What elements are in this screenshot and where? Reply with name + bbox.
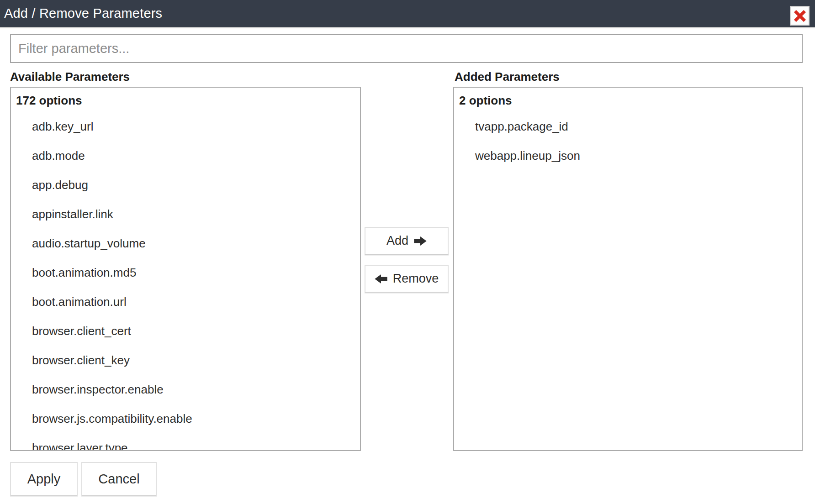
remove-button[interactable]: Remove: [365, 265, 449, 293]
filter-parameters-input[interactable]: [10, 34, 803, 63]
add-button[interactable]: Add: [365, 227, 449, 255]
available-parameter-option[interactable]: adb.mode: [11, 141, 360, 170]
available-parameter-option[interactable]: adb.key_url: [11, 112, 360, 141]
apply-button[interactable]: Apply: [10, 462, 78, 496]
available-parameter-option[interactable]: appinstaller.link: [11, 200, 360, 229]
cancel-button[interactable]: Cancel: [81, 462, 157, 496]
available-parameter-option[interactable]: browser.js.compatibility.enable: [11, 404, 360, 433]
dialog-title: Add / Remove Parameters: [0, 6, 162, 21]
dialog-header: Add / Remove Parameters: [0, 0, 815, 28]
available-parameter-option[interactable]: audio.startup_volume: [11, 229, 360, 258]
added-group-label: 2 options: [454, 88, 802, 112]
available-parameter-option[interactable]: boot.animation.md5: [11, 258, 360, 287]
arrow-left-icon: [375, 274, 387, 284]
available-parameter-option[interactable]: browser.layer.type: [11, 433, 360, 451]
available-parameter-option[interactable]: browser.client_key: [11, 346, 360, 375]
available-parameter-option[interactable]: boot.animation.url: [11, 287, 360, 316]
available-parameters-listbox[interactable]: 172 options adb.key_urladb.modeapp.debug…: [10, 87, 361, 451]
available-options-list: adb.key_urladb.modeapp.debugappinstaller…: [11, 112, 360, 451]
available-parameter-option[interactable]: app.debug: [11, 170, 360, 200]
available-group-label: 172 options: [11, 88, 360, 112]
added-parameter-option[interactable]: webapp.lineup_json: [454, 141, 802, 170]
added-options-list: tvapp.package_idwebapp.lineup_json: [454, 112, 802, 170]
close-x-icon: [793, 9, 807, 23]
added-parameter-option[interactable]: tvapp.package_id: [454, 112, 802, 141]
available-parameter-option[interactable]: browser.inspector.enable: [11, 375, 360, 404]
added-parameters-label: Added Parameters: [455, 70, 560, 84]
add-remove-parameters-dialog: Add / Remove Parameters Available Parame…: [0, 0, 815, 504]
available-parameter-option[interactable]: browser.client_cert: [11, 316, 360, 346]
arrow-right-icon: [414, 236, 427, 246]
close-button[interactable]: [790, 6, 810, 26]
add-button-label: Add: [386, 234, 408, 248]
added-parameters-listbox[interactable]: 2 options tvapp.package_idwebapp.lineup_…: [453, 87, 803, 451]
available-parameters-label: Available Parameters: [10, 70, 130, 84]
remove-button-label: Remove: [393, 272, 439, 286]
